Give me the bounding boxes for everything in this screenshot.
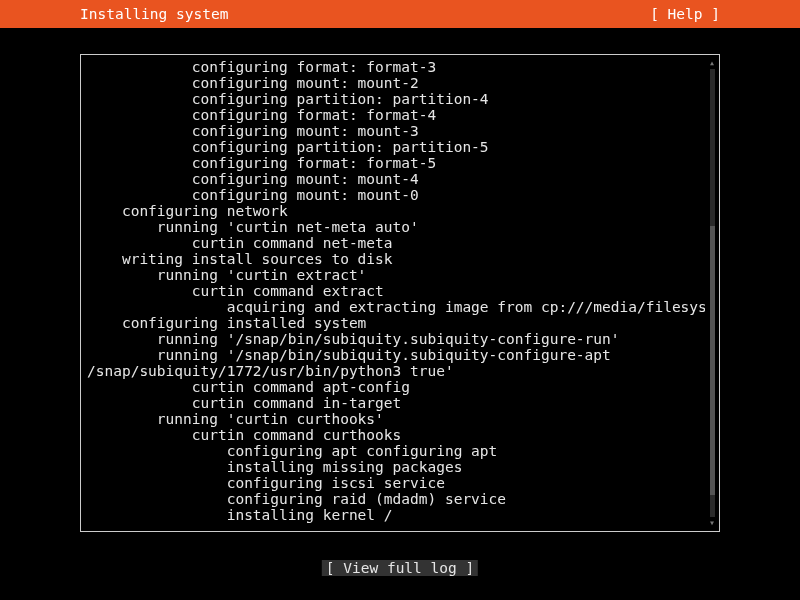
page-title: Installing system — [80, 6, 228, 22]
scroll-thumb[interactable] — [710, 226, 715, 495]
header-bar: Installing system [ Help ] — [0, 0, 800, 28]
help-button[interactable]: [ Help ] — [650, 6, 720, 22]
scroll-track[interactable] — [710, 69, 715, 517]
log-frame: configuring format: format-3 configuring… — [80, 54, 720, 532]
scroll-up-icon[interactable]: ▴ — [709, 59, 716, 67]
view-full-log-button[interactable]: [ View full log ] — [322, 560, 478, 576]
install-log: configuring format: format-3 configuring… — [87, 59, 705, 527]
scroll-down-icon[interactable]: ▾ — [709, 519, 716, 527]
log-scrollbar[interactable]: ▴ ▾ — [709, 59, 716, 527]
